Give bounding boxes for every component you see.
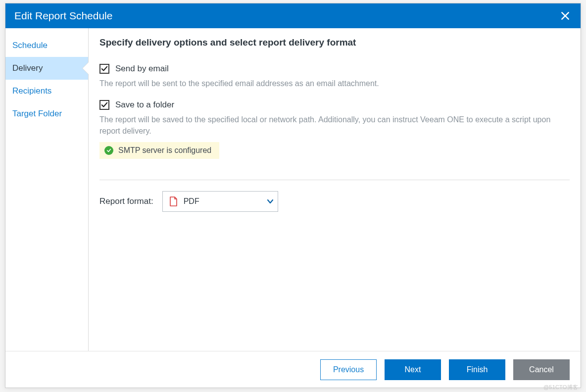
select-value: PDF: [184, 197, 267, 206]
report-format-row: Report format: PDF: [99, 191, 570, 212]
dialog-footer: Previous Next Finish Cancel: [5, 351, 581, 388]
status-text: SMTP server is configured: [118, 146, 211, 155]
report-format-select[interactable]: PDF: [162, 191, 278, 212]
sidebar-item-label: Target Folder: [12, 109, 62, 118]
next-button[interactable]: Next: [385, 359, 441, 380]
button-label: Previous: [333, 365, 364, 374]
wizard-sidebar: Schedule Delivery Recipients Target Fold…: [5, 28, 89, 351]
option-label: Save to a folder: [115, 100, 174, 110]
success-icon: [104, 146, 113, 155]
cancel-button[interactable]: Cancel: [513, 359, 570, 380]
sidebar-item-target-folder[interactable]: Target Folder: [5, 102, 88, 125]
sidebar-item-label: Recipients: [12, 86, 51, 96]
close-button[interactable]: [557, 7, 574, 24]
report-format-label: Report format:: [99, 196, 153, 206]
option-label: Send by email: [115, 64, 169, 74]
titlebar: Edit Report Schedule: [5, 3, 581, 28]
dialog-body: Schedule Delivery Recipients Target Fold…: [5, 28, 581, 351]
sidebar-item-recipients[interactable]: Recipients: [5, 80, 88, 102]
button-label: Next: [405, 365, 421, 374]
divider: [99, 180, 570, 180]
sidebar-item-label: Schedule: [12, 41, 48, 50]
previous-button[interactable]: Previous: [320, 359, 377, 380]
checkbox-send-email[interactable]: [99, 64, 109, 74]
option-description: The report will be saved to the specifie…: [99, 114, 570, 137]
finish-button[interactable]: Finish: [449, 359, 505, 380]
button-label: Finish: [467, 365, 488, 374]
checkbox-save-folder[interactable]: [99, 100, 109, 110]
chevron-down-icon: [267, 198, 274, 205]
page-heading: Specify delivery options and select repo…: [99, 37, 570, 48]
check-icon: [101, 101, 108, 108]
close-icon: [560, 11, 570, 21]
check-icon: [101, 65, 108, 72]
main-panel: Specify delivery options and select repo…: [89, 28, 581, 351]
option-save-folder: Save to a folder The report will be save…: [99, 100, 570, 158]
pdf-icon: [169, 196, 178, 206]
option-send-email: Send by email The report will be sent to…: [99, 64, 570, 89]
smtp-status-chip: SMTP server is configured: [99, 142, 219, 159]
dialog-edit-report-schedule: Edit Report Schedule Schedule Delivery R…: [5, 3, 581, 388]
sidebar-item-schedule[interactable]: Schedule: [5, 34, 88, 57]
button-label: Cancel: [529, 365, 554, 374]
option-description: The report will be sent to the specified…: [99, 78, 570, 89]
dialog-title: Edit Report Schedule: [14, 10, 557, 22]
sidebar-item-delivery[interactable]: Delivery: [5, 57, 88, 80]
sidebar-item-label: Delivery: [12, 63, 43, 73]
